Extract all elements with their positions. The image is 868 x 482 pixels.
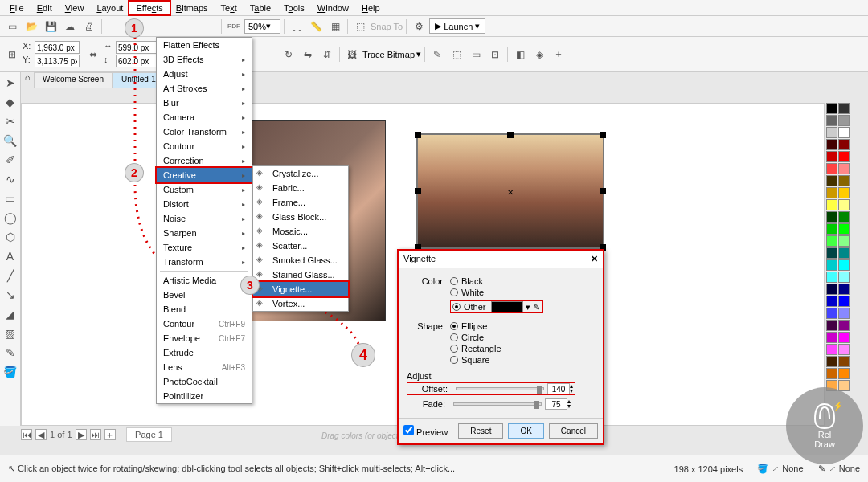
crop-tool-icon[interactable]: ✂ xyxy=(3,114,18,129)
snap-label[interactable]: Snap To xyxy=(371,22,403,31)
menu-text[interactable]: Text xyxy=(215,2,244,14)
swatch[interactable] xyxy=(826,151,837,162)
radio-circle[interactable] xyxy=(450,333,458,341)
menu-item-artistic-media[interactable]: Artistic Media xyxy=(157,273,252,288)
options-icon[interactable]: ⚙ xyxy=(410,18,428,35)
swatch[interactable] xyxy=(826,223,837,235)
menu-item-noise[interactable]: Noise▸ xyxy=(157,211,252,226)
swatch[interactable] xyxy=(838,380,850,391)
swatch[interactable] xyxy=(838,259,850,271)
h-field[interactable] xyxy=(116,55,161,67)
swatch[interactable] xyxy=(838,127,850,138)
submenu-scatter-[interactable]: ◈Scatter... xyxy=(253,239,348,253)
swatch[interactable] xyxy=(838,103,850,114)
x-field[interactable] xyxy=(35,41,80,54)
menu-table[interactable]: Table xyxy=(244,2,277,14)
swatch[interactable] xyxy=(838,308,850,319)
save-icon[interactable]: 💾 xyxy=(42,18,59,35)
flip-v-icon[interactable]: ⇵ xyxy=(318,46,336,63)
swatch[interactable] xyxy=(838,223,850,235)
ellipse-tool-icon[interactable]: ◯ xyxy=(3,210,18,225)
w-field[interactable] xyxy=(116,41,161,54)
radio-square[interactable] xyxy=(450,356,458,364)
shadow-tool-icon[interactable]: ◢ xyxy=(3,307,18,321)
swatch[interactable] xyxy=(838,247,850,259)
zoom-tool-icon[interactable]: 🔍 xyxy=(3,133,18,148)
swatch[interactable] xyxy=(826,211,837,223)
swatch[interactable] xyxy=(826,272,837,283)
submenu-fabric-[interactable]: ◈Fabric... xyxy=(253,181,348,195)
swatch[interactable] xyxy=(826,199,837,210)
swatch[interactable] xyxy=(826,356,837,367)
swatch[interactable] xyxy=(826,344,837,355)
radio-black[interactable] xyxy=(450,277,458,285)
flip-h-icon[interactable]: ⇋ xyxy=(299,46,317,63)
swatch[interactable] xyxy=(826,127,837,138)
dimension-tool-icon[interactable]: ╱ xyxy=(3,268,18,283)
radio-rectangle[interactable] xyxy=(450,345,458,353)
y-field[interactable] xyxy=(35,55,80,67)
swatch[interactable] xyxy=(826,103,837,114)
menu-item-blend[interactable]: Blend xyxy=(157,302,252,317)
text-tool-icon[interactable]: A xyxy=(3,249,18,263)
menu-item-camera[interactable]: Camera▸ xyxy=(157,110,252,125)
color-swatch[interactable] xyxy=(491,301,523,312)
swatch[interactable] xyxy=(826,320,837,331)
cancel-button[interactable]: Cancel xyxy=(549,423,598,439)
crop-icon[interactable]: ⬚ xyxy=(448,46,465,63)
swatch[interactable] xyxy=(838,151,850,162)
page-prev-icon[interactable]: ◀ xyxy=(35,429,47,440)
tab-welcome[interactable]: Welcome Screen xyxy=(34,72,113,88)
snap-icon[interactable]: ⬚ xyxy=(351,18,369,35)
menu-item-blur[interactable]: Blur▸ xyxy=(157,96,252,110)
fade-slider[interactable] xyxy=(453,402,542,406)
rectangle-tool-icon[interactable]: ▭ xyxy=(3,191,18,206)
menu-layout[interactable]: Layout xyxy=(90,2,129,14)
menu-item-color-transform[interactable]: Color Transform▸ xyxy=(157,125,252,139)
swatch[interactable] xyxy=(838,163,850,174)
menu-item-3d-effects[interactable]: 3D Effects▸ xyxy=(157,52,252,67)
menu-item-custom[interactable]: Custom▸ xyxy=(157,182,252,197)
bitmap-icon[interactable]: 🖼 xyxy=(343,46,361,63)
swatch[interactable] xyxy=(838,211,850,223)
zoom-combo[interactable]: 50% ▾ xyxy=(244,19,280,34)
ok-button[interactable]: OK xyxy=(508,423,543,439)
menu-item-contour[interactable]: ContourCtrl+F9 xyxy=(157,317,252,331)
shape-tool-icon[interactable]: ◆ xyxy=(3,95,18,109)
menu-item-art-strokes[interactable]: Art Strokes▸ xyxy=(157,81,252,96)
swatch[interactable] xyxy=(838,368,850,379)
menu-item-extrude[interactable]: Extrude xyxy=(157,345,252,360)
eyedropper-tool-icon[interactable]: ✎ xyxy=(3,345,18,360)
offset-field[interactable] xyxy=(547,383,570,394)
image-right-selected[interactable]: ✕ xyxy=(418,135,603,247)
straighten-icon[interactable]: ⊡ xyxy=(486,46,504,63)
print-icon[interactable]: 🖨 xyxy=(80,18,98,35)
pdf-icon[interactable]: PDF xyxy=(225,18,243,35)
swatch[interactable] xyxy=(826,139,837,150)
swatch[interactable] xyxy=(826,247,837,259)
swatch[interactable] xyxy=(838,332,850,343)
menu-file[interactable]: FFileile xyxy=(3,2,31,14)
trace-bitmap[interactable]: Trace Bitmap xyxy=(362,50,415,59)
swatch[interactable] xyxy=(838,284,850,295)
submenu-glass-block-[interactable]: ◈Glass Block... xyxy=(253,210,348,224)
menu-item-pointillizer[interactable]: Pointillizer xyxy=(157,389,252,403)
page-first-icon[interactable]: ⏮ xyxy=(21,429,32,440)
menu-item-photococktail[interactable]: PhotoCocktail xyxy=(157,374,252,389)
page-last-icon[interactable]: ⏭ xyxy=(90,429,101,440)
radio-white[interactable] xyxy=(450,288,458,296)
submenu-smoked-glass-[interactable]: ◈Smoked Glass... xyxy=(253,253,348,268)
menu-item-bevel[interactable]: Bevel xyxy=(157,288,252,302)
fullscreen-icon[interactable]: ⛶ xyxy=(288,18,305,35)
swatch[interactable] xyxy=(826,259,837,271)
menu-bitmaps[interactable]: Bitmaps xyxy=(170,2,215,14)
menu-item-texture[interactable]: Texture▸ xyxy=(157,240,252,255)
close-icon[interactable]: ✕ xyxy=(591,254,598,264)
cloud-icon[interactable]: ☁ xyxy=(61,18,79,35)
swatch[interactable] xyxy=(838,272,850,283)
transparency-tool-icon[interactable]: ▨ xyxy=(3,326,18,341)
submenu-vortex-[interactable]: ◈Vortex... xyxy=(253,296,348,311)
menu-item-sharpen[interactable]: Sharpen▸ xyxy=(157,226,252,240)
menu-tools[interactable]: Tools xyxy=(277,2,311,14)
ruler-icon[interactable]: 📏 xyxy=(307,18,325,35)
